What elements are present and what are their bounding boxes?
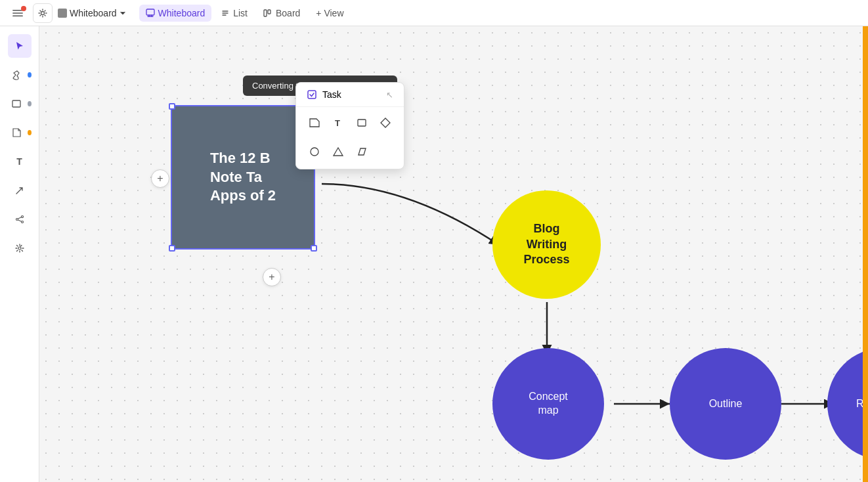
concept-map-circle[interactable]: Conceptmap (492, 348, 604, 460)
context-menu: Task ↖ T (295, 82, 404, 169)
sidebar-tool-select[interactable] (8, 34, 32, 58)
sidebar-tool-share[interactable] (8, 208, 32, 231)
svg-point-3 (41, 11, 45, 14)
shape-circle-btn[interactable] (304, 141, 325, 162)
right-accent-bar (863, 26, 868, 482)
board-icon (263, 9, 272, 18)
notification-dot (21, 6, 26, 11)
sidebar-tool-paint[interactable] (8, 63, 25, 87)
space-name-label: Whiteboard (70, 8, 117, 18)
sidebar: T (0, 26, 39, 482)
svg-text:T: T (335, 118, 340, 128)
add-btn-left[interactable]: + (151, 169, 169, 188)
shapes-row-1: T (296, 107, 404, 139)
shape-card-btn[interactable] (304, 112, 325, 133)
sidebar-tool-text[interactable]: T (8, 150, 32, 173)
svg-rect-6 (268, 10, 271, 14)
concept-map-text: Conceptmap (529, 390, 568, 418)
blog-writing-text: BlogWritingProcess (523, 221, 569, 267)
task-check-icon (307, 89, 317, 100)
svg-rect-12 (308, 91, 316, 99)
list-icon (221, 9, 230, 18)
add-view-label: + View (316, 8, 343, 18)
settings-button[interactable] (33, 3, 53, 23)
tab-list[interactable]: List (214, 5, 254, 22)
nav-tabs: Whiteboard List Board + View (139, 5, 351, 22)
main-area: T (0, 26, 868, 482)
svg-rect-2 (12, 15, 23, 16)
card-text: The 12 BNote TaApps of 2 (210, 149, 276, 206)
svg-point-11 (18, 247, 21, 250)
outline-text: Outline (709, 397, 743, 411)
rough-draft-text: Rough Draf (856, 397, 863, 411)
shape-rect-btn[interactable] (351, 112, 372, 133)
svg-rect-5 (264, 10, 267, 16)
note-dot (28, 130, 32, 135)
sidebar-tool-note[interactable] (8, 121, 25, 144)
topbar: Whiteboard Whiteboard List Board + View (0, 0, 868, 26)
svg-rect-4 (146, 9, 154, 15)
space-name[interactable]: Whiteboard (58, 8, 126, 18)
space-icon (58, 9, 67, 18)
shape-text-btn[interactable]: T (328, 112, 349, 133)
shape-parallelogram-btn[interactable] (351, 141, 372, 162)
tab-board[interactable]: Board (257, 5, 307, 22)
tab-board-label: Board (276, 8, 300, 18)
context-menu-task[interactable]: Task ↖ (296, 83, 404, 107)
selected-card[interactable]: The 12 BNote TaApps of 2 (171, 105, 315, 250)
chevron-down-icon (119, 10, 126, 16)
shapes-row-2 (296, 139, 404, 169)
rough-draft-circle[interactable]: Rough Draf (827, 348, 863, 460)
whiteboard-icon (146, 9, 155, 18)
shape-triangle-btn[interactable] (328, 141, 349, 162)
svg-rect-1 (12, 12, 23, 14)
svg-point-15 (311, 148, 318, 156)
tab-list-label: List (233, 8, 248, 18)
handle-bl[interactable] (169, 245, 175, 252)
tab-whiteboard-label: Whiteboard (158, 8, 206, 18)
svg-rect-7 (12, 100, 20, 107)
sidebar-tool-sparkle[interactable] (8, 236, 32, 260)
handle-tl[interactable] (169, 103, 175, 110)
task-label: Task (322, 89, 341, 100)
handle-br[interactable] (311, 245, 317, 252)
blog-writing-circle[interactable]: BlogWritingProcess (492, 190, 601, 299)
tab-whiteboard[interactable]: Whiteboard (139, 5, 212, 22)
svg-rect-14 (358, 120, 366, 126)
shape-diamond-btn[interactable] (375, 112, 396, 133)
sidebar-tool-rectangle[interactable] (8, 92, 25, 116)
add-btn-bottom[interactable]: + (263, 268, 281, 286)
outline-circle[interactable]: Outline (670, 348, 781, 460)
svg-point-10 (21, 221, 23, 223)
rect-dot (28, 101, 32, 106)
canvas[interactable]: The 12 BNote TaApps of 2 Converting to t… (39, 26, 863, 482)
add-view-button[interactable]: + View (309, 5, 350, 22)
svg-point-8 (16, 219, 18, 221)
sidebar-tool-arrow[interactable] (8, 179, 32, 202)
paint-dot (28, 72, 32, 77)
svg-point-9 (21, 216, 23, 218)
